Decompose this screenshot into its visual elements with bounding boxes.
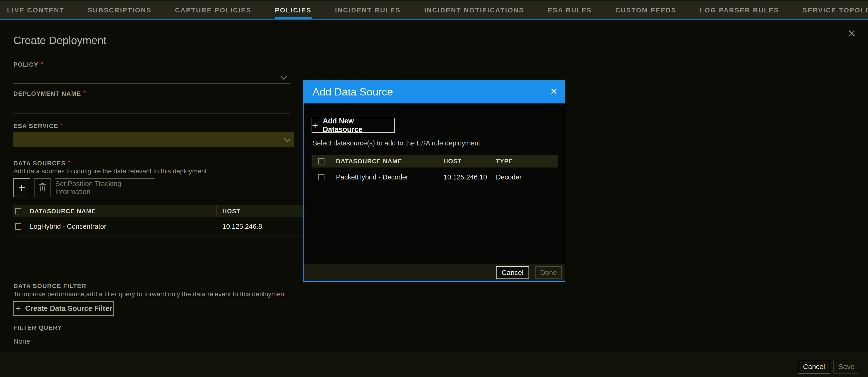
filter-query-label: FILTER QUERY (13, 324, 62, 332)
modal-row-datasource-name: PacketHybrid - Decoder (331, 168, 439, 187)
chevron-down-icon (281, 73, 287, 80)
modal-select-all-cell (312, 155, 331, 168)
modal-col-header-type: TYPE (491, 155, 558, 168)
policy-select[interactable] (13, 70, 290, 83)
filter-query-value: None (13, 337, 30, 345)
nav-tab-label: CAPTURE POLICIES (175, 7, 251, 14)
nav-tab-esa-rules[interactable]: ESA RULES (548, 1, 592, 19)
modal-instruction: Select datasource(s) to add to the ESA r… (312, 139, 480, 147)
policy-label: POLICY* (13, 61, 43, 68)
add-datasource-button[interactable]: + (13, 178, 30, 197)
cancel-button[interactable]: Cancel (798, 360, 830, 374)
nav-tab-custom-feeds[interactable]: CUSTOM FEEDS (615, 1, 676, 19)
set-position-tracking-button[interactable]: Set Position Tracking Information (55, 178, 155, 197)
row-checkbox-cell (13, 217, 27, 236)
required-asterisk: * (61, 122, 63, 128)
plus-icon: + (312, 120, 318, 131)
plus-icon: + (18, 181, 25, 194)
modal-select-all-checkbox[interactable] (318, 158, 324, 165)
modal-cancel-button[interactable]: Cancel (496, 266, 529, 279)
required-asterisk: * (68, 159, 70, 166)
esa-service-select[interactable] (13, 132, 294, 147)
data-sources-label: DATA SOURCES* (13, 159, 70, 167)
delete-datasource-button[interactable] (34, 178, 51, 197)
deployment-name-input[interactable] (13, 100, 290, 114)
nav-tab-label: LIVE CONTENT (7, 7, 64, 14)
trash-icon (38, 182, 46, 193)
screen: LIVE CONTENT SUBSCRIPTIONS CAPTURE POLIC… (0, 0, 868, 377)
modal-col-header-datasource-name: DATASOURCE NAME (331, 155, 439, 168)
nav-tab-incident-rules[interactable]: INCIDENT RULES (335, 1, 401, 19)
data-source-filter-label: DATA SOURCE FILTER (13, 282, 86, 290)
modal-table-row[interactable]: PacketHybrid - Decoder 10.125.246.10 Dec… (312, 168, 558, 187)
modal-row-checkbox[interactable] (318, 174, 324, 180)
modal-row-type: Decoder (491, 168, 558, 187)
add-data-source-modal: Add Data Source ✕ + Add New Datasource S… (303, 80, 565, 282)
nav-tab-policies[interactable]: POLICIES (275, 1, 312, 19)
page-title: Create Deployment (13, 34, 106, 47)
add-new-datasource-button[interactable]: + Add New Datasource (312, 118, 395, 133)
header-divider (0, 47, 868, 48)
modal-table-header-row: DATASOURCE NAME HOST TYPE (312, 155, 558, 168)
page-footer (0, 352, 868, 377)
nav-tab-label: SERVICE TOPOLOGY (803, 7, 868, 14)
modal-footer: Cancel Done (304, 264, 565, 281)
chevron-down-icon (284, 135, 290, 142)
save-button[interactable]: Save (834, 360, 859, 374)
select-all-cell (13, 205, 27, 217)
nav-tab-incident-notifications[interactable]: INCIDENT NOTIFICATIONS (424, 1, 524, 19)
modal-title: Add Data Source (312, 86, 393, 98)
nav-tab-label: POLICIES (275, 7, 312, 14)
data-sources-description: Add data sources to configure the data r… (13, 168, 207, 175)
create-data-source-filter-button[interactable]: + Create Data Source Filter (13, 301, 114, 316)
row-checkbox[interactable] (15, 223, 21, 230)
nav-tab-label: INCIDENT NOTIFICATIONS (424, 7, 524, 14)
nav-tab-live-content[interactable]: LIVE CONTENT (7, 1, 64, 19)
nav-tab-capture-policies[interactable]: CAPTURE POLICIES (175, 1, 251, 19)
close-icon[interactable]: ✕ (847, 27, 856, 40)
required-asterisk: * (41, 61, 43, 67)
plus-icon: + (15, 304, 21, 313)
modal-col-header-host: HOST (439, 155, 491, 168)
modal-row-host: 10.125.246.10 (439, 168, 491, 187)
top-nav: LIVE CONTENT SUBSCRIPTIONS CAPTURE POLIC… (0, 0, 868, 20)
nav-tab-label: CUSTOM FEEDS (615, 7, 676, 14)
deployment-name-label: DEPLOYMENT NAME* (13, 90, 86, 97)
data-source-filter-description: To improve performance,add a filter quer… (13, 290, 286, 298)
nav-tab-subscriptions[interactable]: SUBSCRIPTIONS (88, 1, 152, 19)
nav-tab-log-parser-rules[interactable]: LOG PARSER RULES (700, 1, 779, 19)
nav-tab-label: ESA RULES (548, 7, 592, 14)
nav-tab-label: INCIDENT RULES (335, 7, 401, 14)
nav-tab-label: LOG PARSER RULES (700, 7, 779, 14)
nav-tab-label: SUBSCRIPTIONS (88, 7, 152, 14)
modal-datasource-table: DATASOURCE NAME HOST TYPE PacketHybrid -… (312, 155, 558, 187)
col-header-datasource-name: DATASOURCE NAME (27, 205, 217, 217)
modal-header: Add Data Source ✕ (304, 81, 565, 103)
required-asterisk: * (83, 90, 86, 96)
esa-service-label: ESA SERVICE* (13, 122, 63, 130)
nav-tab-service-topology[interactable]: SERVICE TOPOLOGY (803, 1, 868, 19)
modal-done-button[interactable]: Done (535, 266, 562, 279)
close-icon[interactable]: ✕ (550, 86, 558, 97)
row-datasource-name: LogHybrid - Concentrator (27, 217, 217, 236)
modal-row-checkbox-cell (312, 168, 331, 187)
select-all-checkbox[interactable] (15, 208, 21, 214)
